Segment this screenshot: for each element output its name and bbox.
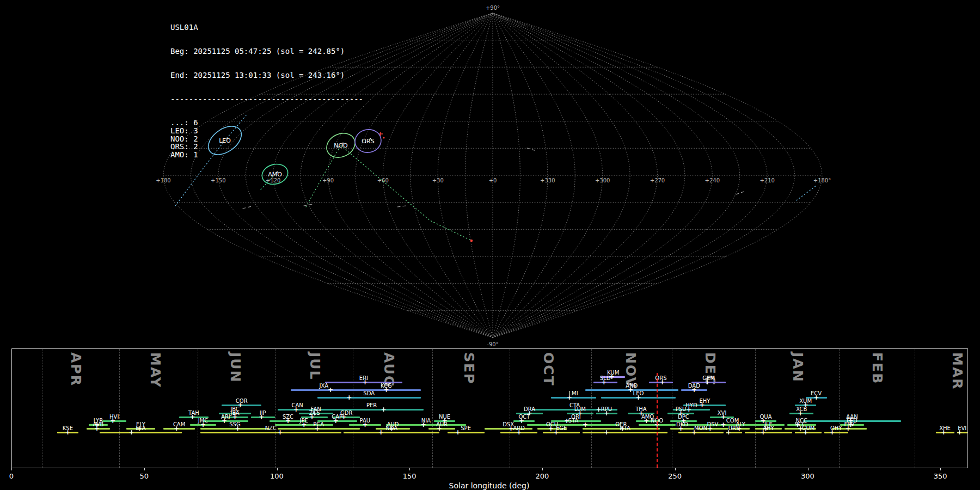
- shower-peak-marker: +: [681, 418, 686, 424]
- shower-peak-marker: +: [601, 379, 607, 385]
- shower-peak-marker: +: [596, 406, 601, 413]
- x-tick: [808, 468, 808, 470]
- shower-peak-marker: +: [328, 387, 333, 393]
- shower-bar-NTA: [583, 432, 667, 433]
- shower-bar-LMI: [551, 397, 596, 399]
- shower-peak-marker: +: [726, 429, 731, 436]
- sky-map: +180+150+120+90+60+30+0+330+300+270+240+…: [0, 0, 980, 347]
- longitude-label: +270: [650, 177, 665, 183]
- shower-peak-marker: +: [383, 387, 389, 393]
- month-label-jul: JUL: [307, 352, 323, 381]
- month-label-jun: JUN: [228, 352, 243, 383]
- month-boundary-line: [755, 349, 756, 468]
- shower-peak-marker: +: [94, 425, 100, 432]
- month-boundary-line: [839, 349, 840, 468]
- shower-peak-marker: +: [437, 425, 442, 432]
- shower-peak-marker: +: [527, 410, 532, 416]
- month-boundary-line: [510, 349, 510, 468]
- longitude-label: +150: [211, 177, 225, 183]
- longitude-label: +60: [377, 177, 389, 183]
- shower-peak-marker: +: [721, 421, 726, 428]
- shower-label-SDA: SDA: [357, 391, 381, 396]
- shower-peak-marker: +: [110, 418, 115, 424]
- shower-peak-marker: +: [678, 410, 684, 416]
- shower-peak-marker: +: [567, 394, 572, 401]
- x-tick: [675, 468, 676, 470]
- shower-counts: ...: 6LEO: 3NOO: 2ORS: 2AMO: 1: [170, 119, 363, 158]
- month-label-mar: MAR: [950, 352, 965, 390]
- meteor-radiant-plot: +180+150+120+90+60+30+0+330+300+270+240+…: [0, 0, 980, 490]
- radiant-label: ORS: [362, 138, 374, 145]
- shower-peak-marker: +: [829, 429, 835, 436]
- shower-peak-marker: +: [137, 425, 142, 432]
- longitude-label: +240: [705, 177, 720, 183]
- x-tick: [940, 468, 941, 470]
- shower-count-amo: AMO: 1: [170, 151, 363, 159]
- time-end: End: 20251125 13:01:33 (sol = 243.16°): [170, 71, 363, 79]
- shower-peak-marker: +: [200, 421, 206, 428]
- shower-peak-marker: +: [341, 414, 346, 420]
- x-tick: [144, 468, 145, 470]
- longitude-label: +330: [540, 177, 555, 183]
- shower-peak-marker: +: [798, 410, 803, 416]
- shower-peak-marker: +: [604, 429, 609, 436]
- longitude-label: +300: [595, 177, 610, 183]
- shower-peak-marker: +: [301, 421, 307, 428]
- longitude-label: +180: [156, 177, 170, 183]
- x-tick: [11, 468, 12, 470]
- shower-peak-marker: +: [346, 394, 352, 401]
- shower-peak-marker: +: [798, 425, 803, 432]
- shower-peak-marker: +: [686, 406, 691, 413]
- shower-peak-marker: +: [577, 410, 583, 416]
- month-label-feb: FEB: [869, 352, 885, 384]
- shower-peak-marker: +: [362, 379, 367, 385]
- month-label-oct: OCT: [541, 352, 556, 387]
- shower-peak-marker: +: [721, 414, 726, 420]
- shower-bar-MON: [678, 432, 724, 433]
- shower-peak-marker: +: [237, 402, 243, 408]
- shower-count-other: ...: 6: [170, 119, 363, 127]
- shower-peak-marker: +: [315, 425, 320, 432]
- month-label-sep: SEP: [461, 352, 477, 384]
- x-tick: [277, 468, 278, 470]
- shower-peak-marker: +: [761, 429, 766, 436]
- shower-peak-marker: +: [378, 429, 384, 436]
- shower-label-PER: PER: [360, 403, 384, 408]
- shower-bar-NZC: [200, 432, 341, 433]
- month-boundary-line: [353, 349, 353, 468]
- shower-bar-SPE: [448, 432, 485, 433]
- month-boundary-line: [915, 349, 915, 468]
- shower-peak-marker: +: [421, 421, 426, 428]
- shower-peak-marker: +: [813, 394, 819, 401]
- shower-peak-marker: +: [941, 429, 946, 436]
- observation-info: USL01A Beg: 20251125 05:47:25 (sol = 242…: [170, 8, 363, 174]
- shower-peak-marker: +: [636, 394, 641, 401]
- shower-peak-marker: +: [277, 429, 283, 436]
- pole-label-south: -90°: [487, 341, 498, 347]
- x-tick-label: 0: [1, 472, 22, 480]
- shower-peak-marker: +: [309, 414, 315, 420]
- longitude-label: +180°: [813, 177, 831, 183]
- shower-peak-marker: +: [519, 418, 524, 424]
- shower-peak-marker: +: [583, 421, 588, 428]
- x-tick-label: 350: [929, 472, 951, 480]
- shower-peak-marker: +: [620, 425, 625, 432]
- month-label-apr: APR: [68, 352, 84, 387]
- shower-peak-marker: +: [707, 425, 713, 432]
- shower-label-OHY: OHY: [824, 426, 848, 431]
- longitude-label: +90: [322, 177, 334, 183]
- shower-peak-marker: +: [691, 387, 697, 393]
- longitude-label: +30: [432, 177, 444, 183]
- timeline-plot-area: APRMAYJUNJULAUGSEPOCTNOVDECJANFEBMARKUM+…: [11, 348, 968, 468]
- divider-line: ----------------------------------------…: [170, 95, 363, 103]
- activity-timeline: APRMAYJUNJULAUGSEPOCTNOVDECJANFEBMARKUM+…: [11, 348, 968, 489]
- longitude-label: +210: [759, 177, 774, 183]
- x-tick-label: 50: [133, 472, 155, 480]
- longitude-label: +0: [489, 177, 497, 183]
- meteor-endpoint-red: [470, 240, 473, 242]
- shower-peak-marker: +: [65, 429, 70, 436]
- shower-peak-marker: +: [548, 425, 554, 432]
- shower-label-LMI: LMI: [561, 391, 585, 396]
- month-boundary-line: [42, 349, 42, 468]
- shower-peak-marker: +: [333, 418, 339, 424]
